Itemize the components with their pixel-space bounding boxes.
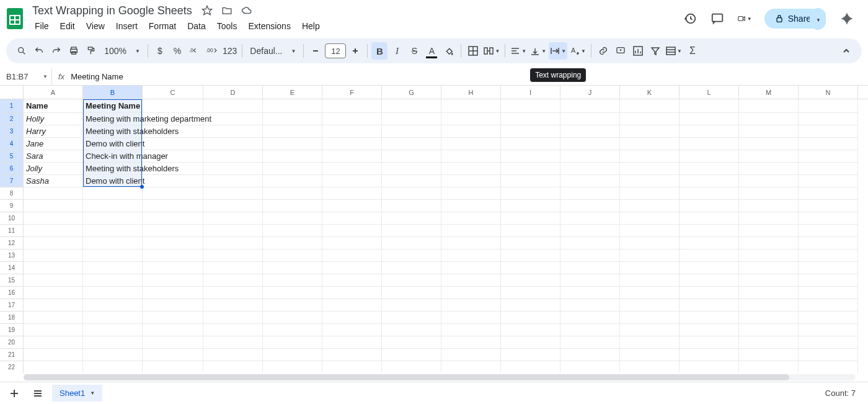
- cell[interactable]: Jolly: [24, 163, 83, 175]
- cell[interactable]: [143, 187, 203, 200]
- cell[interactable]: [322, 262, 382, 274]
- cell[interactable]: [441, 150, 501, 163]
- cell[interactable]: [560, 175, 620, 187]
- cell[interactable]: Sasha: [24, 175, 83, 187]
- functions-button[interactable]: Σ: [684, 42, 701, 60]
- cell[interactable]: [322, 138, 382, 150]
- cell[interactable]: [322, 237, 382, 249]
- cell[interactable]: [739, 99, 799, 113]
- cell[interactable]: [560, 249, 620, 262]
- name-box[interactable]: B1:B7 ▼: [0, 68, 52, 85]
- cell[interactable]: [143, 138, 203, 150]
- cell[interactable]: [620, 99, 680, 113]
- cell[interactable]: Demo with client: [83, 138, 143, 150]
- cell[interactable]: [441, 274, 501, 287]
- horizontal-align-button[interactable]: ▼: [509, 42, 528, 60]
- zoom-select[interactable]: 100%▼: [100, 42, 144, 60]
- cell[interactable]: [799, 187, 858, 200]
- row-header[interactable]: 6: [0, 163, 24, 175]
- cell[interactable]: [203, 175, 263, 187]
- cell[interactable]: [799, 150, 858, 163]
- cell[interactable]: [501, 212, 560, 225]
- cell[interactable]: [263, 138, 322, 150]
- cell[interactable]: [24, 200, 83, 212]
- cell[interactable]: [203, 225, 263, 237]
- cell[interactable]: [382, 200, 441, 212]
- cell[interactable]: [203, 113, 263, 125]
- cell[interactable]: [620, 175, 680, 187]
- cell[interactable]: [441, 299, 501, 312]
- cell[interactable]: [799, 274, 858, 287]
- cell[interactable]: [382, 287, 441, 299]
- cell[interactable]: [322, 125, 382, 138]
- menu-format[interactable]: Format: [144, 20, 181, 32]
- cell[interactable]: [83, 212, 143, 225]
- cell[interactable]: [739, 175, 799, 187]
- col-header-H[interactable]: H: [441, 86, 501, 99]
- cell[interactable]: [739, 237, 799, 249]
- cell[interactable]: [382, 113, 441, 125]
- cell[interactable]: [620, 113, 680, 125]
- cell[interactable]: [799, 113, 858, 125]
- cell[interactable]: [143, 299, 203, 312]
- cell[interactable]: [560, 324, 620, 336]
- row-header[interactable]: 11: [0, 225, 24, 237]
- cell[interactable]: [680, 287, 739, 299]
- cell[interactable]: [560, 237, 620, 249]
- cell[interactable]: Meeting Name: [83, 99, 143, 113]
- add-sheet-button[interactable]: [5, 384, 24, 403]
- cell[interactable]: [83, 299, 143, 312]
- menu-insert[interactable]: Insert: [111, 20, 143, 32]
- col-header-A[interactable]: A: [24, 86, 83, 99]
- cell[interactable]: [382, 187, 441, 200]
- cell[interactable]: [143, 249, 203, 262]
- star-icon[interactable]: [201, 4, 213, 17]
- cell[interactable]: [382, 349, 441, 361]
- cell[interactable]: [739, 163, 799, 175]
- cell[interactable]: [560, 138, 620, 150]
- cell[interactable]: [441, 175, 501, 187]
- cell[interactable]: [382, 299, 441, 312]
- cell[interactable]: [441, 287, 501, 299]
- cell[interactable]: [322, 187, 382, 200]
- cell[interactable]: Demo with client: [83, 175, 143, 187]
- cell[interactable]: [560, 212, 620, 225]
- cell[interactable]: [560, 187, 620, 200]
- redo-icon[interactable]: [48, 42, 64, 60]
- cell[interactable]: [739, 287, 799, 299]
- cell[interactable]: [203, 249, 263, 262]
- cell[interactable]: [560, 274, 620, 287]
- cell[interactable]: [83, 336, 143, 349]
- cell[interactable]: [203, 138, 263, 150]
- cell[interactable]: [263, 99, 322, 113]
- row-header[interactable]: 14: [0, 262, 24, 274]
- row-header[interactable]: 7: [0, 175, 24, 187]
- col-header-N[interactable]: N: [799, 86, 858, 99]
- cell[interactable]: [441, 324, 501, 336]
- cell[interactable]: [501, 336, 560, 349]
- cell[interactable]: [441, 187, 501, 200]
- cell[interactable]: [680, 150, 739, 163]
- cell[interactable]: [799, 225, 858, 237]
- cell[interactable]: [739, 324, 799, 336]
- text-wrapping-button[interactable]: ▼ Text wrapping: [549, 42, 567, 60]
- cell[interactable]: [263, 212, 322, 225]
- cell[interactable]: [501, 125, 560, 138]
- menu-help[interactable]: Help: [297, 20, 325, 32]
- cell[interactable]: [203, 163, 263, 175]
- cell[interactable]: [203, 336, 263, 349]
- cell[interactable]: [24, 225, 83, 237]
- cell[interactable]: [263, 175, 322, 187]
- cell[interactable]: [799, 138, 858, 150]
- cell[interactable]: [322, 212, 382, 225]
- cell[interactable]: [322, 274, 382, 287]
- cell[interactable]: [620, 312, 680, 324]
- cell[interactable]: [680, 138, 739, 150]
- menu-extensions[interactable]: Extensions: [243, 20, 295, 32]
- cell[interactable]: [24, 249, 83, 262]
- cell[interactable]: [501, 262, 560, 274]
- cell[interactable]: [620, 262, 680, 274]
- cell[interactable]: [143, 175, 203, 187]
- cell[interactable]: [441, 336, 501, 349]
- cell[interactable]: [382, 262, 441, 274]
